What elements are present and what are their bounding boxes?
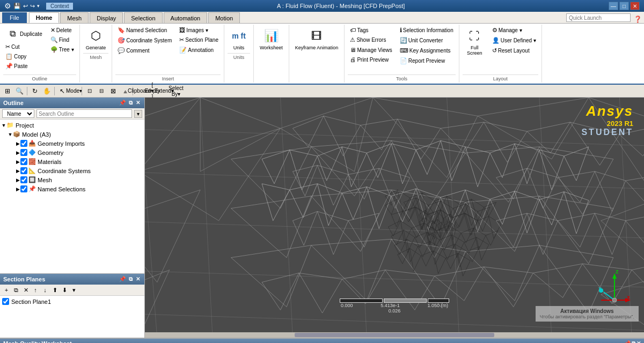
view-top-btn[interactable]: ⊡ — [84, 86, 95, 96]
coordinate-system-button[interactable]: 🎯 Coordinate System — [115, 36, 174, 45]
rotate-btn[interactable]: ↻ — [30, 86, 40, 96]
mesh-toggle[interactable]: ▶ — [15, 177, 20, 183]
viewport[interactable]: /* mesh lines generated below */ — [145, 98, 644, 338]
images-button[interactable]: 🖼 Images ▾ — [177, 26, 221, 34]
list-item[interactable]: Section Plane1 — [2, 298, 142, 305]
quick-access-redo[interactable]: ↪ — [30, 3, 35, 10]
delete-button[interactable]: ✕ Delete — [48, 26, 76, 35]
zoom-fit-btn[interactable]: ⊞ — [2, 86, 13, 96]
materials-toggle[interactable]: ▶ — [15, 159, 20, 165]
tab-automation[interactable]: Automation — [164, 12, 208, 23]
sp-float-btn[interactable]: ⧉ — [128, 276, 134, 282]
help-icon[interactable]: ❓ — [634, 16, 642, 23]
tree-item-model[interactable]: ▼ 📦 Model (A3) — [0, 130, 144, 139]
tree-item-mesh[interactable]: ▶ 🔲 Mesh — [0, 175, 144, 184]
viewport-hscrollbar[interactable] — [145, 332, 644, 338]
tags-button[interactable]: 🏷 Tags — [348, 26, 394, 34]
select-by-btn[interactable]: Select By▾ — [171, 86, 181, 96]
user-defined-button[interactable]: 👤 User Defined ▾ — [490, 36, 538, 45]
key-assignments-button[interactable]: ⌨ Key Assignments — [398, 46, 456, 55]
keyframe-animation-button[interactable]: 🎞 Keyframe Animation — [292, 26, 341, 52]
geometry-check[interactable] — [20, 149, 27, 156]
tree-item-geometry[interactable]: ▶ 🔷 Geometry — [0, 148, 144, 157]
report-preview-button[interactable]: 📄 Report Preview — [398, 56, 456, 65]
unit-converter-button[interactable]: 🔄 Unit Converter — [398, 36, 456, 45]
outline-filter-btn[interactable]: ▾ — [134, 110, 142, 118]
tree-item-named-selections[interactable]: ▶ 📌 Named Selections — [0, 184, 144, 193]
section-plane-button[interactable]: ✂ Section Plane — [177, 35, 221, 44]
named-selection-button[interactable]: 🔖 Named Selection — [115, 26, 174, 35]
quick-launch-input[interactable] — [566, 13, 631, 22]
full-screen-button[interactable]: ⛶ FullScreen — [463, 26, 487, 57]
tab-home[interactable]: Home — [29, 12, 60, 23]
hscroll-thumb[interactable] — [295, 333, 494, 337]
quick-access-save[interactable]: 💾 — [13, 3, 21, 10]
geometry-toggle[interactable]: ▶ — [15, 150, 20, 155]
manage-views-button[interactable]: 🖥 Manage Views — [348, 46, 394, 54]
sp-copy-btn[interactable]: ⧉ — [12, 286, 20, 294]
coord-sys-check[interactable] — [20, 167, 27, 174]
sp-add-btn[interactable]: + — [2, 286, 11, 294]
tree-item-project[interactable]: ▼ 📁 Project — [0, 121, 144, 130]
tree-item-geometry-imports[interactable]: ▶ 📥 Geometry Imports — [0, 139, 144, 148]
mesh-check[interactable] — [20, 176, 27, 183]
ws-close-btn[interactable]: ✕ — [636, 340, 641, 343]
outline-float-btn[interactable]: ⧉ — [128, 100, 134, 106]
generate-button[interactable]: ⬡ Generate — [83, 26, 109, 52]
paste-button[interactable]: 📌 Paste — [3, 62, 45, 71]
zoom-out-btn[interactable]: 🔍 — [14, 86, 25, 96]
named-sel-toggle[interactable]: ▶ — [15, 187, 20, 192]
extend-btn[interactable]: Extend▾ — [159, 86, 170, 96]
ws-pin-btn[interactable]: 📌 — [624, 340, 631, 343]
geo-imports-toggle[interactable]: ▶ — [15, 141, 20, 146]
pan-btn[interactable]: ✋ — [41, 86, 52, 96]
copy-button[interactable]: 📋 Copy — [3, 52, 45, 61]
show-errors-button[interactable]: ⚠ Show Errors — [348, 35, 394, 44]
materials-check[interactable] — [20, 158, 27, 165]
sp-close-btn[interactable]: ✕ — [135, 276, 141, 282]
tab-selection[interactable]: Selection — [124, 12, 162, 23]
sp-up-btn[interactable]: ↑ — [31, 286, 40, 294]
outline-search-input[interactable] — [36, 109, 132, 118]
quick-access-dropdown[interactable]: ▾ — [37, 3, 40, 9]
maximize-button[interactable]: □ — [619, 2, 629, 10]
project-toggle[interactable]: ▼ — [1, 123, 6, 128]
quick-access-undo[interactable]: ↩ — [23, 3, 28, 10]
sp1-checkbox[interactable] — [2, 298, 9, 305]
view-right-btn[interactable]: ⊠ — [108, 86, 119, 96]
annotation-button[interactable]: 📝 Annotation — [177, 46, 221, 55]
tree-item-coordinate-systems[interactable]: ▶ 📐 Coordinate Systems — [0, 166, 144, 175]
units-button[interactable]: m ft Units — [228, 26, 250, 52]
outline-close-btn[interactable]: ✕ — [135, 100, 141, 106]
outline-filter-select[interactable]: Name — [2, 109, 34, 118]
tab-motion[interactable]: Motion — [208, 12, 240, 23]
tab-mesh[interactable]: Mesh — [60, 12, 89, 23]
reset-layout-button[interactable]: ↺ Reset Layout — [490, 46, 538, 55]
tab-display[interactable]: Display — [90, 12, 123, 23]
geo-imports-check[interactable] — [20, 140, 27, 147]
sp-export-btn[interactable]: ⬆ — [50, 286, 59, 294]
mode-btn[interactable]: Mode▾ — [69, 86, 79, 96]
ws-float-btn[interactable]: ⧉ — [632, 340, 635, 343]
duplicate-button[interactable]: ⧉ Duplicate — [3, 26, 45, 42]
tree-item-materials[interactable]: ▶ 🧱 Materials — [0, 157, 144, 166]
coord-sys-toggle[interactable]: ▶ — [15, 168, 20, 174]
minimize-button[interactable]: — — [609, 2, 618, 10]
selection-info-button[interactable]: ℹ Selection Information — [398, 26, 456, 35]
outline-pin-btn[interactable]: 📌 — [118, 100, 127, 106]
sp-pin-btn[interactable]: 📌 — [118, 276, 127, 282]
named-sel-check[interactable] — [20, 185, 27, 192]
model-toggle[interactable]: ▼ — [8, 132, 13, 137]
close-button[interactable]: ✕ — [630, 2, 640, 10]
worksheet-button[interactable]: 📊 Worksheet — [257, 26, 286, 52]
tab-file[interactable]: File — [2, 12, 27, 23]
sp-import-btn[interactable]: ⬇ — [60, 286, 69, 294]
sp-delete-btn[interactable]: ✕ — [21, 286, 30, 294]
print-preview-button[interactable]: 🖨 Print Preview — [348, 55, 394, 64]
find-button[interactable]: 🔍 Find — [48, 35, 76, 44]
sp-down-btn[interactable]: ↓ — [41, 286, 49, 294]
cut-button[interactable]: ✂ Cut — [3, 42, 45, 51]
manage-button[interactable]: ⚙ Manage ▾ — [490, 26, 538, 35]
view-front-btn[interactable]: ⊟ — [96, 86, 107, 96]
sp-more-btn[interactable]: ▾ — [70, 286, 78, 294]
